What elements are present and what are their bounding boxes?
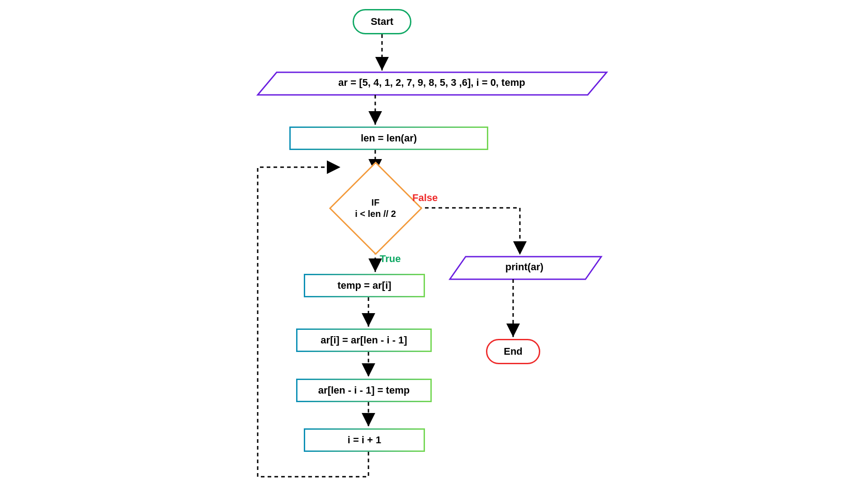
print-label: print(ar) bbox=[452, 261, 597, 273]
start-label: Start bbox=[371, 16, 393, 28]
init-label: ar = [5, 4, 1, 2, 7, 9, 8, 5, 3 ,6], i =… bbox=[258, 77, 606, 89]
print-parallelogram bbox=[450, 257, 601, 279]
inc-node: i = i + 1 bbox=[304, 428, 425, 452]
swap2-node: ar[len - i - 1] = temp bbox=[296, 379, 432, 402]
len-label: len = len(ar) bbox=[361, 132, 417, 144]
false-label: False bbox=[412, 192, 438, 204]
inc-label: i = i + 1 bbox=[348, 434, 382, 446]
init-parallelogram bbox=[258, 72, 607, 95]
flowchart-svg bbox=[0, 0, 868, 488]
swap2-label: ar[len - i - 1] = temp bbox=[318, 385, 410, 396]
swap1-node: ar[i] = ar[len - i - 1] bbox=[296, 328, 432, 352]
end-node: End bbox=[486, 339, 540, 364]
len-node: len = len(ar) bbox=[289, 127, 488, 150]
start-node: Start bbox=[353, 9, 411, 34]
decision-label: IF i < len // 2 bbox=[355, 197, 396, 220]
temp-node: temp = ar[i] bbox=[304, 274, 425, 297]
temp-label: temp = ar[i] bbox=[337, 280, 391, 291]
swap1-label: ar[i] = ar[len - i - 1] bbox=[321, 334, 407, 346]
end-label: End bbox=[504, 346, 523, 357]
decision-node: IF i < len // 2 bbox=[343, 175, 408, 241]
true-label: True bbox=[380, 253, 401, 265]
